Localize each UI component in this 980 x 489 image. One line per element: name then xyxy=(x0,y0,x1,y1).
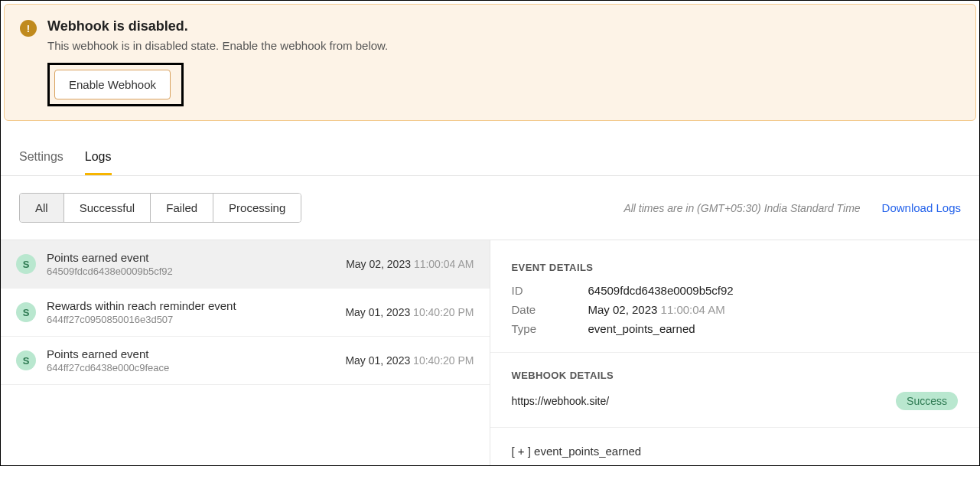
log-row[interactable]: S Rewards within reach reminder event 64… xyxy=(1,289,490,337)
log-id: 644ff27cd6438e000c9feace xyxy=(47,362,169,373)
tab-settings[interactable]: Settings xyxy=(19,150,63,175)
tab-logs[interactable]: Logs xyxy=(85,150,112,175)
log-title: Points earned event xyxy=(47,347,169,360)
log-title: Points earned event xyxy=(47,251,173,264)
tabs: Settings Logs xyxy=(1,135,979,176)
log-id: 644ff27c0950850016e3d507 xyxy=(47,314,236,325)
detail-type-label: Type xyxy=(512,322,588,335)
filter-failed[interactable]: Failed xyxy=(151,194,213,222)
detail-pane: EVENT DETAILS ID 64509fdcd6438e0009b5cf9… xyxy=(490,240,980,465)
detail-id-label: ID xyxy=(512,284,588,297)
detail-id-value: 64509fdcd6438e0009b5cf92 xyxy=(588,284,734,297)
log-timestamp: May 01, 2023 10:40:20 PM xyxy=(345,306,474,318)
event-details-header: EVENT DETAILS xyxy=(512,262,959,273)
webhook-url: https://webhook.site/ xyxy=(512,395,610,407)
log-list: S Points earned event 64509fdcd6438e0009… xyxy=(1,240,490,465)
alert-description: This webhook is in disabled state. Enabl… xyxy=(47,39,388,52)
filter-processing[interactable]: Processing xyxy=(213,194,301,222)
detail-date-value: May 02, 2023 11:00:04 AM xyxy=(588,303,725,316)
webhook-status-badge: Success xyxy=(896,392,958,410)
detail-type-value: event_points_earned xyxy=(588,322,695,335)
log-timestamp: May 02, 2023 11:00:04 AM xyxy=(346,258,474,270)
detail-date-label: Date xyxy=(512,303,588,316)
warning-icon: ! xyxy=(20,20,37,37)
filter-all[interactable]: All xyxy=(20,194,64,222)
timezone-note: All times are in (GMT+05:30) India Stand… xyxy=(623,202,860,214)
filter-segmented-control: All Successful Failed Processing xyxy=(19,193,301,223)
log-title: Rewards within reach reminder event xyxy=(47,299,236,312)
enable-webhook-button[interactable]: Enable Webhook xyxy=(54,70,171,99)
webhook-details-header: WEBHOOK DETAILS xyxy=(512,370,959,381)
logs-content: S Points earned event 64509fdcd6438e0009… xyxy=(1,240,979,465)
enable-webhook-highlight: Enable Webhook xyxy=(47,63,184,106)
log-row[interactable]: S Points earned event 644ff27cd6438e000c… xyxy=(1,337,490,385)
log-toolbar: All Successful Failed Processing All tim… xyxy=(1,176,979,240)
filter-successful[interactable]: Successful xyxy=(64,194,151,222)
log-row[interactable]: S Points earned event 64509fdcd6438e0009… xyxy=(1,240,490,289)
status-badge-success: S xyxy=(16,254,36,274)
alert-title: Webhook is disabled. xyxy=(47,18,388,34)
download-logs-link[interactable]: Download Logs xyxy=(882,201,961,214)
payload-toggle[interactable]: [ + ] event_points_earned xyxy=(512,445,959,458)
status-badge-success: S xyxy=(16,350,36,370)
webhook-disabled-alert: ! Webhook is disabled. This webhook is i… xyxy=(4,4,976,121)
status-badge-success: S xyxy=(16,302,36,322)
log-id: 64509fdcd6438e0009b5cf92 xyxy=(47,266,173,277)
log-timestamp: May 01, 2023 10:40:20 PM xyxy=(345,354,474,367)
